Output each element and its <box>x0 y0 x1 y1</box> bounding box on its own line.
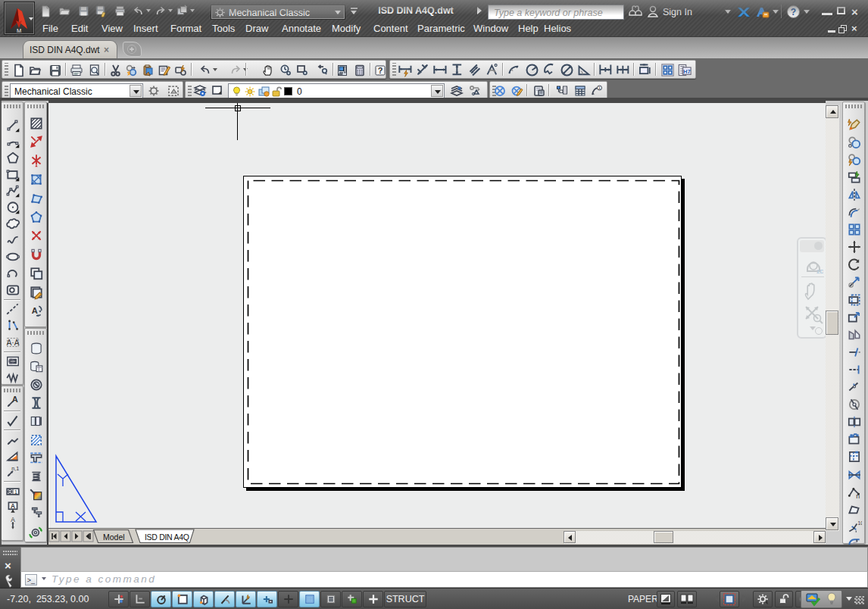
svg-text:2D: 2D <box>816 268 823 275</box>
svg-text:A: A <box>11 516 15 523</box>
svg-text:?: ? <box>377 66 382 75</box>
svg-text:A: A <box>10 502 14 510</box>
svg-text:H7: H7 <box>683 68 691 75</box>
svg-text:A: A <box>11 395 17 404</box>
svg-text:M: M <box>17 27 21 34</box>
svg-text:A·A: A·A <box>6 338 19 346</box>
svg-text:A: A <box>31 306 37 315</box>
svg-text:n: n <box>856 492 860 499</box>
svg-text:1: 1 <box>14 488 17 495</box>
svg-text:?: ? <box>791 7 796 17</box>
svg-text:10: 10 <box>857 520 862 525</box>
svg-text:n,1: n,1 <box>11 465 19 472</box>
